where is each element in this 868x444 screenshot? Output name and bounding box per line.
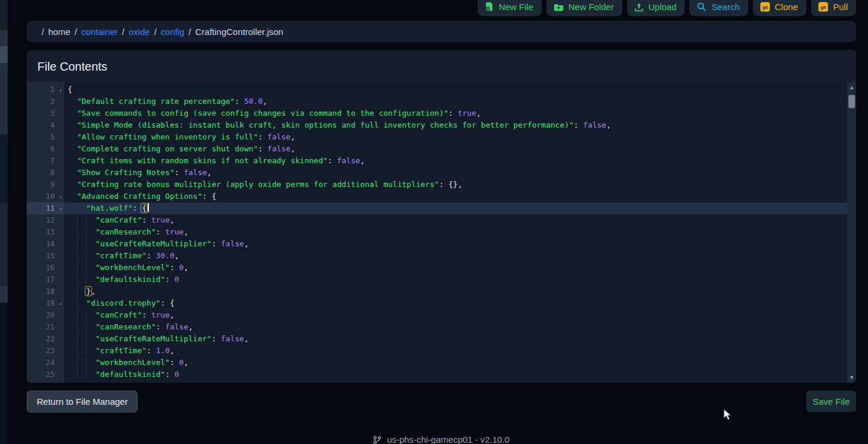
upload-button[interactable]: Upload	[627, 0, 685, 16]
scroll-down-icon[interactable]: ▼	[847, 373, 856, 382]
breadcrumb-item-oxide[interactable]: oxide	[129, 27, 150, 37]
code-line[interactable]: 6 "Complete crafting on server shut down…	[27, 143, 847, 155]
code-line-content[interactable]: "discord.trophy": {	[64, 297, 847, 309]
toolbar-button-label: Pull	[833, 2, 848, 12]
code-line-content[interactable]: "canResearch": false,	[64, 321, 847, 333]
search-button[interactable]: Search	[689, 0, 748, 16]
code-line[interactable]: 4 "Simple Mode (disables: instant bulk c…	[27, 119, 847, 131]
code-line-content[interactable]: "workbenchLevel": 0,	[64, 357, 847, 369]
line-number: 14	[27, 238, 64, 250]
code-line-content[interactable]: "defaultskinid": 0	[64, 369, 847, 380]
code-line-content[interactable]: "Show Crafting Notes": false,	[64, 167, 847, 179]
sidebar-segment[interactable]	[0, 63, 8, 134]
git-icon: git	[818, 2, 828, 12]
code-line-content[interactable]: "useCrafteRateMultiplier": false,	[64, 238, 847, 250]
code-line-content[interactable]: "hat.wolf": {	[64, 202, 847, 214]
code-line[interactable]: 7 "Craft items with random skins if not …	[27, 155, 847, 167]
code-line-content[interactable]: "craftTime": 30.0,	[64, 250, 847, 262]
sidebar-segment[interactable]	[0, 30, 8, 46]
code-line[interactable]: 15 "craftTime": 30.0,	[27, 250, 847, 262]
sidebar-segment[interactable]	[0, 286, 8, 303]
code-line-content[interactable]: "Allow crafting when inventory is full":…	[64, 131, 847, 143]
return-to-file-manager-button[interactable]: Return to File Manager	[27, 391, 138, 413]
code-line[interactable]: 2 "Default crafting rate percentage": 50…	[27, 96, 847, 107]
editor-scrollbar[interactable]: ▲ ▼	[847, 82, 856, 383]
code-line[interactable]: 22 "useCrafteRateMultiplier": false,	[27, 333, 847, 345]
line-number: 3	[27, 107, 64, 119]
code-line[interactable]: 19▾ "discord.trophy": {	[27, 297, 847, 309]
code-editor[interactable]: 1▾{2 "Default crafting rate percentage":…	[27, 82, 856, 383]
code-line[interactable]: 12 "canCraft": true,	[27, 214, 847, 226]
code-line-content[interactable]: "canCraft": true,	[64, 214, 847, 226]
line-number: 8	[27, 167, 64, 179]
fold-toggle-icon[interactable]: ▾	[59, 191, 62, 203]
code-line-content[interactable]: "canResearch": true,	[64, 226, 847, 238]
code-line[interactable]: 24 "workbenchLevel": 0,	[27, 357, 847, 369]
line-number: 13	[27, 226, 64, 238]
code-line-content[interactable]: "useCrafteRateMultiplier": false,	[64, 333, 847, 345]
code-line[interactable]: 16 "workbenchLevel": 0,	[27, 262, 847, 274]
sidebar-segment[interactable]	[0, 134, 8, 203]
code-line[interactable]: 14 "useCrafteRateMultiplier": false,	[27, 238, 847, 250]
code-line[interactable]: 18 },	[27, 286, 847, 297]
code-line[interactable]: 17 "defaultskinid": 0	[27, 274, 847, 286]
sidebar-segment[interactable]	[0, 46, 8, 63]
code-line[interactable]: 9 "Crafting rate bonus mulitplier (apply…	[27, 179, 847, 191]
fold-toggle-icon[interactable]: ▾	[59, 84, 62, 96]
scrollbar-thumb[interactable]	[848, 95, 855, 108]
editor-rows[interactable]: 1▾{2 "Default crafting rate percentage":…	[27, 82, 847, 383]
code-line[interactable]: 11▾ "hat.wolf": {	[27, 202, 847, 214]
line-number: 19▾	[27, 297, 64, 309]
code-line-content[interactable]: "Craft items with random skins if not al…	[64, 155, 847, 167]
line-number: 10▾	[27, 191, 64, 202]
collapsed-sidebar[interactable]	[0, 0, 8, 444]
file-toolbar: New FileNew FolderUploadSearchgitClonegi…	[478, 0, 856, 16]
new-file-button[interactable]: New File	[478, 0, 542, 16]
line-number: 22	[27, 333, 64, 345]
code-line-content[interactable]: },	[64, 286, 847, 297]
code-line-content[interactable]: "Advanced Crafting Options": {	[64, 191, 847, 202]
code-line[interactable]: 25 "defaultskinid": 0	[27, 369, 847, 380]
mouse-cursor	[723, 408, 735, 424]
sidebar-segment[interactable]	[0, 303, 8, 444]
code-line-content[interactable]: "craftTime": 1.0,	[64, 345, 847, 357]
code-line[interactable]: 8 "Show Crafting Notes": false,	[27, 167, 847, 179]
scroll-up-icon[interactable]: ▲	[847, 83, 856, 91]
toolbar-button-label: Upload	[648, 2, 677, 12]
toolbar-button-label: New File	[499, 2, 533, 12]
fold-toggle-icon[interactable]: ▾	[59, 298, 62, 310]
sidebar-segment[interactable]	[0, 0, 8, 30]
code-line-content[interactable]: {	[64, 84, 847, 96]
code-line-content[interactable]: "Default crafting rate percentage": 50.0…	[64, 96, 847, 107]
code-line[interactable]: 3 "Save commands to config (save config …	[27, 107, 847, 119]
code-line[interactable]: 5 "Allow crafting when inventory is full…	[27, 131, 847, 143]
new-folder-button[interactable]: New Folder	[546, 0, 622, 16]
code-line[interactable]: 20 "canCraft": true,	[27, 309, 847, 321]
code-line[interactable]: 21 "canResearch": false,	[27, 321, 847, 333]
line-number: 20	[27, 309, 64, 321]
toolbar-button-label: New Folder	[568, 2, 614, 12]
save-file-button[interactable]: Save File	[806, 391, 856, 412]
code-line[interactable]: 10▾ "Advanced Crafting Options": {	[27, 191, 847, 202]
pull-button[interactable]: gitPull	[811, 0, 856, 16]
code-line[interactable]: 1▾{	[27, 84, 847, 96]
code-line-content[interactable]: "defaultskinid": 0	[64, 274, 847, 286]
code-line[interactable]: 23 "craftTime": 1.0,	[27, 345, 847, 357]
breadcrumb-item-config[interactable]: config	[161, 27, 185, 37]
line-number: 25	[27, 369, 64, 380]
line-number: 15	[27, 250, 64, 262]
code-line-content[interactable]: "Simple Mode (disables: instant bulk cra…	[64, 119, 847, 131]
breadcrumb-separator: /	[154, 27, 157, 37]
code-line-content[interactable]: "Crafting rate bonus mulitplier (apply o…	[64, 179, 847, 191]
code-line-content[interactable]: "canCraft": true,	[64, 309, 847, 321]
code-line-content[interactable]: "workbenchLevel": 0,	[64, 262, 847, 274]
file-contents-panel: File Contents 1▾{2 "Default crafting rat…	[27, 50, 856, 383]
breadcrumb-separator: /	[122, 27, 125, 37]
code-line[interactable]: 13 "canResearch": true,	[27, 226, 847, 238]
sidebar-segment[interactable]	[0, 203, 8, 286]
breadcrumb-item-container[interactable]: container	[81, 27, 118, 37]
code-line-content[interactable]: "Complete crafting on server shut down":…	[64, 143, 847, 155]
code-line-content[interactable]: "Save commands to config (save config ch…	[64, 107, 847, 119]
clone-button[interactable]: gitClone	[753, 0, 806, 16]
fold-toggle-icon[interactable]: ▾	[59, 203, 62, 215]
